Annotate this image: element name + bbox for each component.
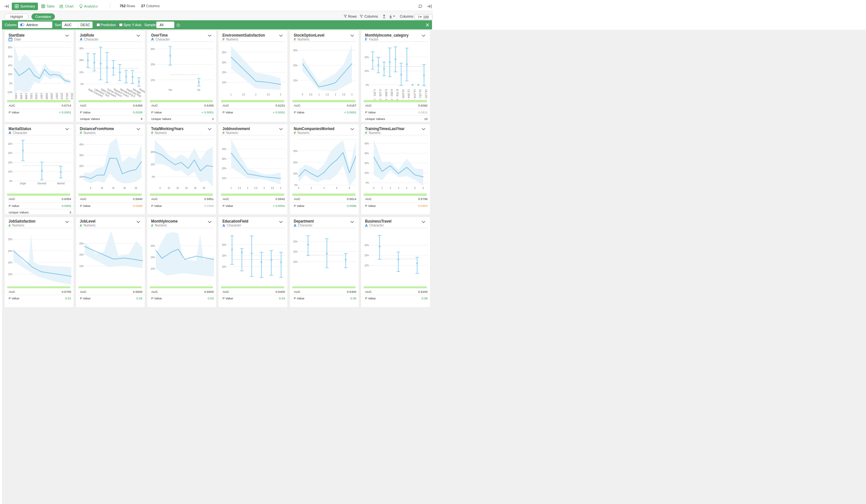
svg-text:1991: 1991 [30, 93, 33, 99]
svg-text:0%: 0% [80, 82, 84, 86]
svg-text:20%: 20% [151, 150, 155, 154]
svg-text:1.5: 1.5 [325, 93, 328, 96]
svg-text:30%: 30% [222, 157, 226, 160]
svg-text:1.5: 1.5 [242, 93, 245, 96]
svg-text:2003: 2003 [50, 93, 53, 99]
svg-text:15%: 15% [222, 70, 226, 74]
svg-text:Yes: Yes [168, 88, 172, 91]
svg-text:1,261 - 3: 1,261 - 3 [373, 89, 376, 100]
svg-text:40%: 40% [79, 143, 84, 146]
svg-text:25: 25 [194, 186, 197, 190]
svg-text:30%: 30% [293, 49, 298, 52]
svg-text:60%: 60% [8, 55, 12, 58]
svg-text:20%: 20% [364, 161, 369, 165]
svg-text:20%: 20% [364, 244, 369, 247]
svg-text:20: 20 [123, 186, 126, 190]
svg-text:20%: 20% [222, 61, 226, 64]
svg-text:20%: 20% [293, 239, 298, 243]
svg-text:40%: 40% [222, 147, 226, 151]
svg-text:0.5: 0.5 [309, 93, 312, 96]
svg-text:15%: 15% [293, 250, 298, 252]
svg-text:30%: 30% [293, 149, 298, 153]
svg-text:20%: 20% [151, 244, 155, 247]
svg-text:8: 8 [348, 186, 350, 190]
svg-text:3: 3 [263, 186, 265, 190]
svg-text:18,125 -: 18,125 - [424, 89, 428, 100]
svg-text:25%: 25% [222, 51, 226, 54]
svg-text:20%: 20% [364, 56, 369, 59]
svg-text:2010: 2010 [60, 93, 64, 99]
svg-text:25: 25 [134, 186, 137, 190]
svg-text:1981: 1981 [14, 93, 18, 99]
svg-text:0%: 0% [366, 83, 369, 87]
svg-text:0%: 0% [9, 82, 12, 85]
svg-text:12,504 -: 12,504 - [407, 89, 410, 100]
svg-text:10%: 10% [79, 175, 84, 178]
svg-text:2000: 2000 [45, 93, 48, 99]
svg-text:10: 10 [100, 186, 103, 190]
svg-text:1: 1 [318, 93, 320, 96]
svg-text:20%: 20% [79, 242, 84, 245]
svg-text:1985: 1985 [19, 93, 23, 99]
svg-text:2.5: 2.5 [342, 93, 345, 96]
svg-text:Divorced: Divorced [37, 182, 46, 185]
svg-text:20%: 20% [222, 243, 226, 246]
svg-text:20%: 20% [222, 167, 226, 170]
svg-text:10,630 -: 10,630 - [401, 89, 404, 100]
svg-text:10%: 10% [79, 70, 84, 74]
svg-text:4: 4 [323, 186, 324, 190]
svg-text:4: 4 [406, 186, 407, 190]
svg-text:25%: 25% [8, 238, 12, 241]
svg-text:2: 2 [247, 186, 248, 190]
svg-text:25%: 25% [8, 142, 12, 145]
svg-text:1: 1 [230, 93, 232, 96]
svg-text:6: 6 [336, 186, 337, 190]
svg-text:5: 5 [159, 186, 160, 190]
svg-text:20: 20 [185, 186, 188, 190]
svg-text:8,756 - 1: 8,756 - 1 [396, 89, 399, 100]
svg-text:Married: Married [57, 182, 64, 185]
svg-text:1: 1 [231, 186, 232, 190]
svg-text:30: 30 [203, 186, 206, 190]
svg-text:20%: 20% [293, 161, 298, 164]
svg-text:20%: 20% [79, 58, 84, 62]
svg-text:10%: 10% [222, 81, 226, 84]
svg-text:80%: 80% [8, 46, 12, 49]
svg-text:1: 1 [381, 186, 382, 190]
svg-text:6,882 - 8: 6,882 - 8 [390, 89, 393, 100]
svg-text:20%: 20% [8, 249, 12, 252]
svg-text:0: 0 [373, 186, 375, 190]
svg-text:0%: 0% [152, 175, 155, 178]
svg-text:30%: 30% [79, 154, 84, 157]
svg-text:No: No [197, 88, 200, 91]
svg-text:Single: Single [20, 182, 26, 185]
svg-text:2013: 2013 [65, 93, 68, 99]
svg-text:2: 2 [255, 93, 256, 96]
svg-text:2.5: 2.5 [254, 186, 257, 190]
svg-text:10%: 10% [364, 171, 369, 175]
svg-text:2: 2 [335, 93, 336, 96]
svg-text:10%: 10% [151, 163, 155, 166]
svg-text:3: 3 [351, 93, 353, 96]
svg-text:1.5: 1.5 [238, 186, 241, 190]
svg-text:15%: 15% [8, 161, 12, 164]
svg-text:1988: 1988 [24, 93, 28, 99]
svg-text:15: 15 [112, 186, 114, 190]
svg-text:30%: 30% [79, 47, 84, 50]
svg-text:3: 3 [398, 186, 399, 190]
svg-text:16,251 -: 16,251 - [419, 89, 422, 100]
svg-text:20%: 20% [8, 72, 12, 76]
svg-text:5%: 5% [9, 179, 12, 183]
svg-text:2016: 2016 [70, 93, 74, 99]
svg-text:0%: 0% [294, 183, 298, 187]
svg-text:30%: 30% [151, 47, 155, 51]
svg-text:1994: 1994 [35, 93, 38, 99]
svg-text:5: 5 [90, 186, 91, 190]
svg-text:10%: 10% [8, 170, 12, 173]
svg-text:0%: 0% [366, 181, 369, 184]
svg-text:0: 0 [302, 93, 303, 96]
svg-text:3,135 - 5: 3,135 - 5 [379, 89, 382, 100]
svg-text:2.5: 2.5 [267, 93, 269, 96]
svg-text:20%: 20% [8, 151, 12, 155]
svg-text:2007: 2007 [55, 93, 58, 99]
